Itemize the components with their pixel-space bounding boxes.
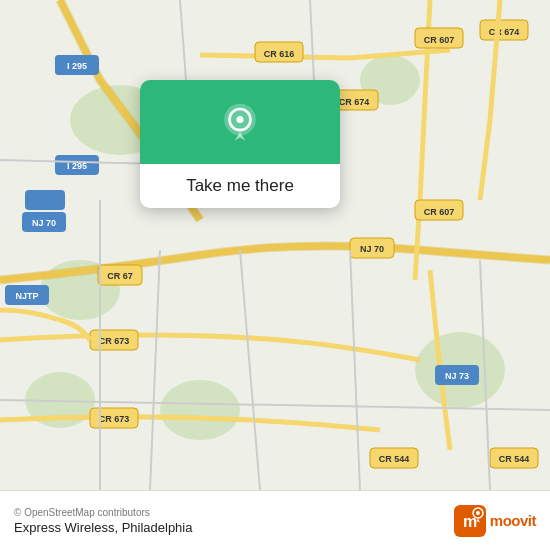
attribution-text: © OpenStreetMap contributors <box>14 507 192 518</box>
popup-header <box>140 80 340 164</box>
svg-text:NJ 70: NJ 70 <box>360 244 384 254</box>
svg-text:NJTP: NJTP <box>15 291 38 301</box>
popup-card: Take me there <box>140 80 340 208</box>
svg-point-47 <box>476 511 480 515</box>
svg-point-43 <box>236 116 243 123</box>
svg-text:CR 67: CR 67 <box>107 271 133 281</box>
svg-text:I 295: I 295 <box>67 61 87 71</box>
popup-bottom: Take me there <box>170 164 310 208</box>
svg-text:CR 674: CR 674 <box>489 27 520 37</box>
svg-text:CR 544: CR 544 <box>379 454 410 464</box>
svg-text:CR 616: CR 616 <box>264 49 295 59</box>
svg-text:CR 607: CR 607 <box>424 35 455 45</box>
svg-text:NJ 70: NJ 70 <box>32 218 56 228</box>
location-pin-icon <box>218 102 262 146</box>
moovit-logo: m moovit <box>454 505 536 537</box>
svg-rect-8 <box>25 190 65 210</box>
moovit-icon: m <box>454 505 486 537</box>
moovit-label: moovit <box>490 512 536 529</box>
svg-text:CR 673: CR 673 <box>99 414 130 424</box>
map-roads: CR 616 CR 607 CR 607 CR 674 CR 674 I 295… <box>0 0 550 490</box>
svg-point-4 <box>160 380 240 440</box>
location-label: Express Wireless, Philadelphia <box>14 520 192 535</box>
svg-text:CR 673: CR 673 <box>99 336 130 346</box>
bottom-left-info: © OpenStreetMap contributors Express Wir… <box>14 507 192 535</box>
map-container: CR 616 CR 607 CR 607 CR 674 CR 674 I 295… <box>0 0 550 490</box>
bottom-bar: © OpenStreetMap contributors Express Wir… <box>0 490 550 550</box>
svg-text:CR 674: CR 674 <box>339 97 370 107</box>
take-me-there-label[interactable]: Take me there <box>186 176 294 195</box>
svg-text:CR 544: CR 544 <box>499 454 530 464</box>
svg-text:CR 607: CR 607 <box>424 207 455 217</box>
svg-text:NJ 73: NJ 73 <box>445 371 469 381</box>
